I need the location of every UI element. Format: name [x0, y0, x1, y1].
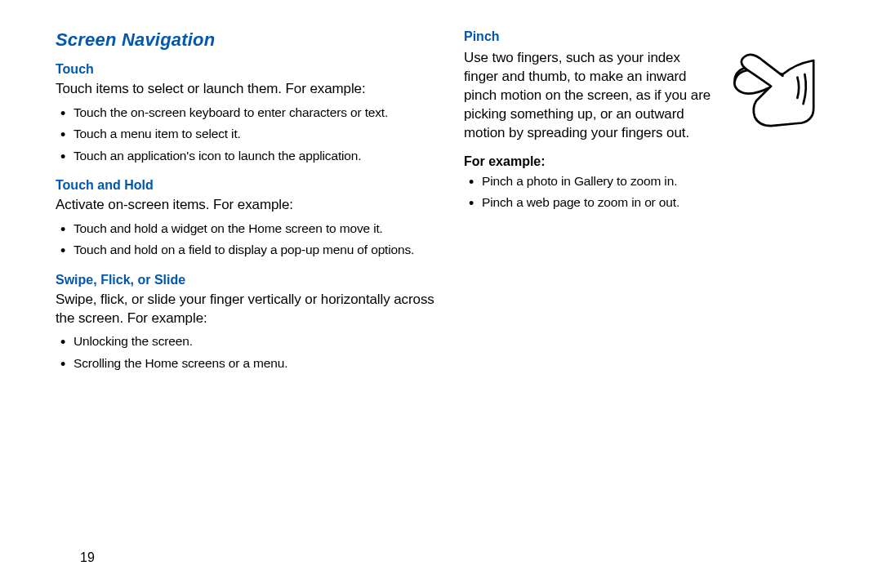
list-item: Pinch a web page to zoom in or out. — [464, 192, 815, 213]
list-item: Touch the on-screen keyboard to enter ch… — [56, 102, 439, 123]
pinch-text-wrap: Use two fingers, such as your index fing… — [464, 47, 715, 146]
touch-hold-list: Touch and hold a widget on the Home scre… — [56, 218, 439, 261]
pinch-block: Use two fingers, such as your index fing… — [464, 47, 815, 146]
list-item: Touch and hold on a field to display a p… — [56, 239, 439, 261]
swipe-intro: Swipe, flick, or slide your finger verti… — [56, 291, 439, 328]
page-number: 19 — [80, 550, 95, 565]
left-column: Screen Navigation Touch Touch items to s… — [56, 29, 439, 377]
two-column-layout: Screen Navigation Touch Touch items to s… — [56, 29, 836, 377]
list-item: Unlocking the screen. — [56, 331, 439, 352]
pinch-heading: Pinch — [464, 29, 815, 44]
touch-list: Touch the on-screen keyboard to enter ch… — [56, 102, 439, 167]
touch-intro: Touch items to select or launch them. Fo… — [56, 80, 439, 99]
manual-page: Screen Navigation Touch Touch items to s… — [0, 0, 882, 588]
list-item: Scrolling the Home screens or a menu. — [56, 353, 439, 374]
right-column: Pinch Use two fingers, such as your inde… — [464, 29, 815, 377]
touch-hold-heading: Touch and Hold — [56, 178, 439, 193]
list-item: Pinch a photo in Gallery to zoom in. — [464, 171, 815, 192]
pinch-intro: Use two fingers, such as your index fing… — [464, 49, 715, 143]
pinch-list: Pinch a photo in Gallery to zoom in. Pin… — [464, 171, 815, 214]
page-title: Screen Navigation — [56, 29, 439, 51]
touch-hold-intro: Activate on-screen items. For example: — [56, 196, 439, 215]
list-item: Touch a menu item to select it. — [56, 123, 439, 145]
touch-heading: Touch — [56, 62, 439, 77]
swipe-heading: Swipe, Flick, or Slide — [56, 273, 439, 287]
list-item: Touch and hold a widget on the Home scre… — [56, 218, 439, 239]
list-item: Touch an application's icon to launch th… — [56, 145, 439, 167]
pinch-example-label: For example: — [464, 154, 815, 169]
swipe-list: Unlocking the screen. Scrolling the Home… — [56, 331, 439, 374]
pinch-hand-icon — [727, 49, 815, 131]
